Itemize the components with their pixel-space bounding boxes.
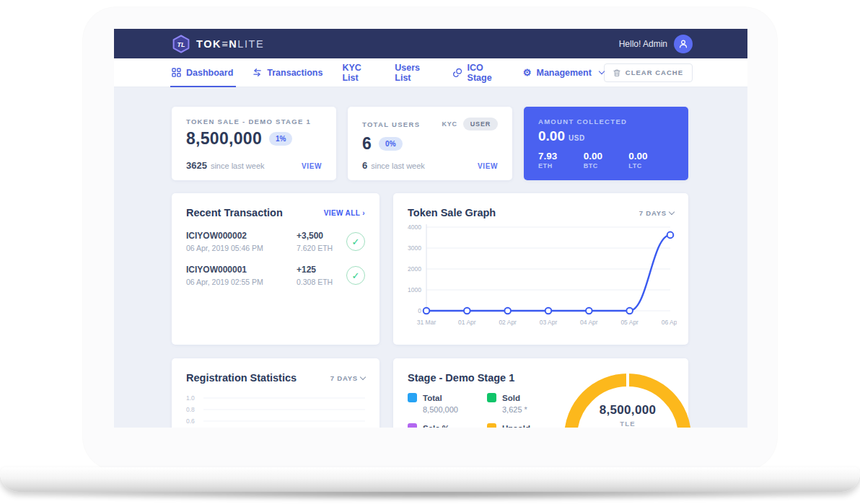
delta-value: 6 [362, 160, 367, 171]
kpi-card-token-sale: TOKEN SALE - DEMO STAGE 1 8,500,000 1% 3… [172, 107, 336, 180]
clear-cache-label: CLEAR CACHE [626, 68, 683, 76]
kpi-title: TOTAL USERS [362, 120, 420, 128]
view-link[interactable]: VIEW [302, 162, 322, 170]
kpi-card-total-users: TOTAL USERS KYC USER 6 0% 6 since last w… [348, 107, 512, 180]
svg-text:3000: 3000 [408, 244, 421, 252]
transaction-id: ICIYOW000001 [186, 265, 297, 275]
currency-breakdown: 7.93 ETH 0.00 BTC 0.00 LTC [538, 151, 674, 169]
transaction-id: ICIYOW000002 [186, 231, 297, 241]
view-all-link[interactable]: VIEW ALL › [324, 209, 365, 217]
transaction-amount: +3,500 [297, 231, 333, 241]
app-window: TL TOK≡NLITE Hello! Admin [114, 29, 747, 428]
svg-text:TL: TL [177, 41, 185, 48]
panel-title: Registration Statistics [186, 372, 297, 384]
delta-label: since last week [211, 162, 265, 170]
legend-item-total: Total 8,500,000 [408, 393, 473, 414]
registration-statistics-card: Registration Statistics 7 DAYS 1.00.80.6 [172, 358, 379, 428]
svg-text:02 Apr: 02 Apr [499, 319, 517, 326]
delta-value: 3625 [186, 160, 207, 171]
tab-label: Users List [395, 63, 433, 83]
tab-management[interactable]: ⚙ Management [523, 58, 604, 87]
gauge-center-text: 8,500,000 TLE [570, 403, 685, 428]
legend-item-unsold: Unsold [487, 423, 548, 428]
view-link[interactable]: VIEW [478, 162, 498, 170]
svg-text:05 Apr: 05 Apr [620, 319, 639, 326]
amount-currency: USD [569, 134, 585, 142]
gauge-value: 8,500,000 [570, 403, 685, 417]
transaction-crypto: 0.308 ETH [297, 278, 333, 286]
recent-transactions-card: Recent Transaction VIEW ALL › ICIYOW0000… [172, 193, 379, 345]
kpi-value: 6 [362, 134, 372, 154]
swap-arrows-icon [253, 68, 262, 77]
period-dropdown[interactable]: 7 DAYS [330, 374, 365, 382]
tab-dashboard[interactable]: Dashboard [172, 58, 233, 87]
tab-label: Dashboard [186, 68, 233, 78]
token-sale-line-chart: 0100020003000400031 Mar01 Apr02 Apr03 Ap… [405, 221, 677, 330]
chevron-down-icon [360, 373, 366, 379]
svg-text:04 Apr: 04 Apr [580, 319, 598, 326]
breakdown-label: ETH [538, 162, 584, 169]
clear-cache-button[interactable]: CLEAR CACHE [604, 63, 693, 82]
user-avatar[interactable] [674, 35, 693, 53]
kpi-row: TOKEN SALE - DEMO STAGE 1 8,500,000 1% 3… [172, 107, 690, 180]
legend-swatch [408, 423, 417, 428]
chevron-down-icon [669, 208, 675, 214]
device-mockup: TL TOK≡NLITE Hello! Admin [0, 0, 860, 504]
stage-legend: Total 8,500,000 Sold 3,625 * Sale % Unso… [393, 384, 548, 428]
legend-swatch [487, 393, 496, 402]
toggle-kyc[interactable]: KYC [442, 120, 457, 128]
user-area: Hello! Admin [619, 35, 693, 53]
svg-text:31 Mar: 31 Mar [417, 319, 436, 326]
transaction-crypto: 7.620 ETH [297, 244, 333, 252]
panel-title: Token Sale Graph [408, 207, 496, 218]
person-icon [678, 39, 688, 49]
breakdown-label: LTC [628, 162, 674, 169]
arrow-right-icon: › [362, 209, 365, 217]
svg-text:1000: 1000 [408, 286, 421, 293]
token-sale-graph-card: Token Sale Graph 7 DAYS 0100020003000400… [393, 193, 688, 345]
amount-value: 0.00 [538, 128, 565, 144]
tab-label: ICO Stage [468, 63, 504, 83]
brand-logo[interactable]: TL TOK≡NLITE [172, 35, 264, 53]
top-navbar: TL TOK≡NLITE Hello! Admin [114, 29, 747, 58]
laptop-base [0, 467, 860, 492]
kyc-user-toggle: KYC USER [442, 118, 498, 131]
gauge-unit: TLE [570, 420, 685, 428]
svg-text:0.6: 0.6 [186, 417, 195, 425]
transaction-date: 06 Apr, 2019 05:46 PM [186, 244, 297, 252]
tab-transactions[interactable]: Transactions [253, 58, 322, 87]
svg-text:06 Apr: 06 Apr [662, 319, 677, 326]
svg-text:4000: 4000 [408, 224, 421, 231]
transaction-amount: +125 [297, 265, 333, 275]
kpi-value: 8,500,000 [186, 129, 262, 149]
tokenlite-logo-icon: TL [172, 35, 190, 53]
breakdown-eth: 7.93 ETH [538, 151, 584, 169]
dashboard-content: TOKEN SALE - DEMO STAGE 1 8,500,000 1% 3… [114, 87, 747, 428]
tab-ico-stage[interactable]: ICO Stage [453, 58, 504, 87]
legend-item-sale-percent: Sale % [408, 423, 473, 428]
legend-swatch [408, 393, 417, 402]
legend-value: 3,625 * [502, 405, 548, 414]
transaction-row[interactable]: ICIYOW000001 06 Apr, 2019 02:55 PM +125 … [172, 265, 379, 286]
chevron-down-icon [599, 68, 605, 74]
toggle-user[interactable]: USER [463, 118, 498, 131]
confirmed-check-icon: ✓ [346, 266, 365, 285]
brand-text-light: LITE [237, 38, 264, 50]
tab-label: KYC List [342, 63, 375, 83]
trash-icon [613, 68, 620, 77]
svg-text:2000: 2000 [408, 265, 421, 273]
tab-label: Transactions [267, 68, 322, 78]
bottom-row: Registration Statistics 7 DAYS 1.00.80.6… [172, 358, 690, 428]
tab-kyc-list[interactable]: KYC List [342, 58, 375, 87]
tab-label: Management [536, 68, 591, 78]
breakdown-label: BTC [584, 162, 629, 169]
stage-summary-card: Stage - Demo Stage 1 Total 8,500,000 Sol… [393, 358, 688, 428]
main-menu: Dashboard Transactions KYC List Users [114, 58, 747, 87]
period-dropdown[interactable]: 7 DAYS [639, 209, 674, 217]
transaction-row[interactable]: ICIYOW000002 06 Apr, 2019 05:46 PM +3,50… [172, 231, 379, 252]
svg-text:0: 0 [418, 307, 421, 314]
tab-users-list[interactable]: Users List [395, 58, 433, 87]
grid-icon [172, 68, 181, 77]
confirmed-check-icon: ✓ [346, 232, 365, 251]
svg-text:1.0: 1.0 [186, 394, 195, 402]
